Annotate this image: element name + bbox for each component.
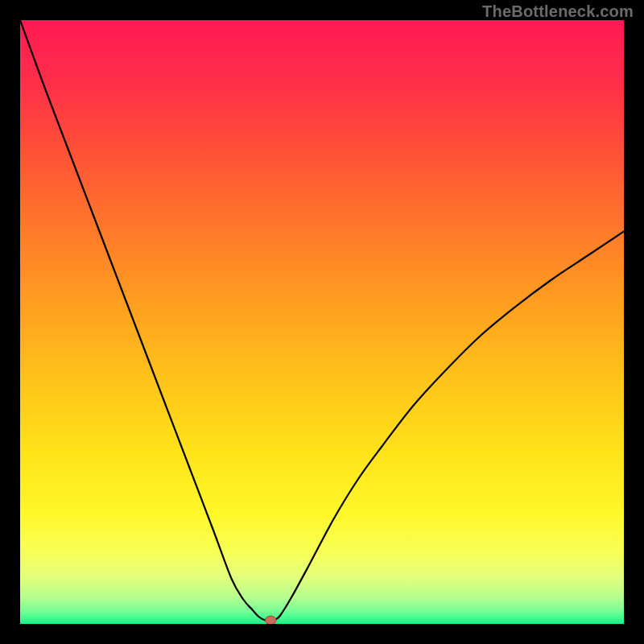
- plot-area: [20, 20, 624, 624]
- bottleneck-curve: [20, 20, 624, 624]
- watermark-text: TheBottleneck.com: [482, 2, 634, 21]
- chart-frame: TheBottleneck.com: [0, 0, 644, 644]
- minimum-marker-icon: [266, 616, 277, 624]
